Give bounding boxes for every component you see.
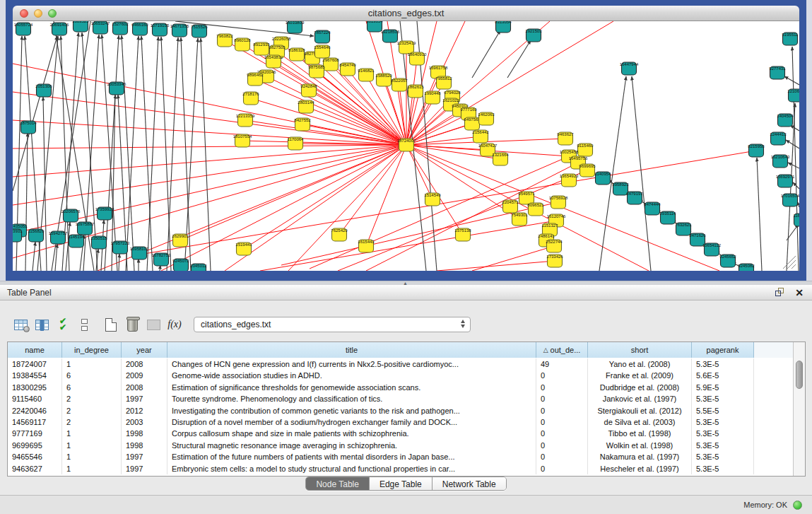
network-edge[interactable]	[147, 37, 158, 271]
network-node[interactable]: 2935114	[660, 211, 677, 225]
network-node[interactable]: 1519441	[235, 243, 252, 256]
table-cell[interactable]: 6	[62, 370, 122, 381]
network-node[interactable]: 9474444	[644, 202, 661, 216]
network-edge[interactable]	[437, 261, 555, 271]
network-node[interactable]: 1862615	[407, 85, 424, 98]
network-edge[interactable]	[632, 76, 651, 271]
delete-rows-button[interactable]	[122, 315, 143, 334]
network-node[interactable]: 8522057	[391, 78, 408, 92]
network-node[interactable]: 17359928	[95, 207, 114, 221]
network-edge[interactable]	[788, 163, 799, 168]
table-cell[interactable]: 5.3E-5	[692, 451, 754, 462]
network-node[interactable]: 15692971	[776, 175, 795, 188]
table-cell[interactable]: 2012	[122, 405, 167, 416]
network-node[interactable]: 1527602	[112, 22, 129, 35]
network-node[interactable]: 2051306	[35, 84, 52, 98]
network-node[interactable]: 16782753	[152, 253, 171, 267]
network-edge[interactable]	[13, 36, 57, 191]
network-node[interactable]: 1170064	[288, 137, 305, 151]
vertical-scrollbar[interactable]	[793, 342, 805, 476]
network-node[interactable]: 20691406	[50, 23, 69, 36]
network-node[interactable]: 6466160	[131, 23, 148, 36]
table-cell[interactable]: 2	[62, 416, 122, 428]
network-edge[interactable]	[180, 145, 406, 240]
network-node[interactable]: 8427552	[294, 118, 311, 132]
table-cell[interactable]: 5.3E-5	[692, 463, 754, 474]
table-cell[interactable]: 0	[536, 393, 588, 404]
network-node[interactable]: 7955812	[435, 76, 452, 90]
network-node[interactable]: 20206576	[61, 209, 81, 223]
scrollbar-thumb[interactable]	[796, 361, 803, 389]
table-cell[interactable]: 9777169	[8, 428, 62, 439]
table-cell[interactable]: 5.9E-5	[692, 382, 754, 393]
network-node[interactable]: 2803144	[298, 100, 314, 114]
network-node[interactable]: 8215958	[748, 144, 765, 158]
network-node[interactable]: 1350515	[90, 236, 107, 250]
network-node[interactable]: 1588520	[375, 74, 392, 87]
table-row[interactable]: 946362711997Embryonic stem cells: a mode…	[8, 463, 793, 474]
table-cell[interactable]: 9463627	[8, 463, 62, 474]
table-cell[interactable]: Estimation of the future numbers of pati…	[167, 451, 536, 462]
network-node[interactable]: 9146821	[358, 69, 375, 82]
network-node[interactable]: 15942757	[49, 231, 68, 245]
network-edge[interactable]	[13, 92, 406, 145]
network-node[interactable]: 1167533	[794, 214, 799, 227]
network-node[interactable]: 2967608	[322, 58, 339, 71]
close-panel-icon[interactable]: ✕	[795, 288, 804, 298]
network-node[interactable]: 9896462	[247, 73, 264, 86]
table-row[interactable]: 977716911998Corpus callosum shape and si…	[8, 428, 793, 439]
network-node[interactable]: 18640910	[408, 52, 427, 66]
column-header-out_de[interactable]: △out_de...	[536, 342, 588, 358]
table-cell[interactable]: 1	[62, 440, 122, 451]
table-cell[interactable]: 5.6E-5	[692, 370, 754, 381]
table-cell[interactable]: Stergiakouli et al. (2012)	[588, 405, 692, 416]
table-cell[interactable]: 1	[62, 451, 122, 462]
canvas-resize-grip-icon[interactable]	[787, 260, 796, 269]
tab-network-table[interactable]: Network Table	[433, 477, 506, 490]
network-node[interactable]: 9242848	[300, 84, 317, 98]
network-node[interactable]: 6479197	[626, 192, 643, 205]
network-edge[interactable]	[43, 97, 47, 271]
network-node[interactable]: 1156829	[28, 229, 45, 243]
network-node[interactable]: 1575138	[454, 228, 471, 242]
table-cell[interactable]: Tourette syndrome. Phenomenology and cla…	[167, 393, 536, 404]
table-cell[interactable]: 1997	[122, 393, 167, 404]
table-cell[interactable]: 2009	[122, 370, 167, 381]
network-edge[interactable]	[13, 145, 406, 148]
table-cell[interactable]: 1	[62, 358, 122, 370]
network-node[interactable]: 9245082	[738, 264, 755, 271]
network-node[interactable]: 7549301	[511, 213, 528, 226]
column-header-short[interactable]: short	[588, 342, 692, 358]
network-node[interactable]: 9277431	[769, 66, 786, 80]
network-edge[interactable]	[141, 36, 153, 271]
network-node[interactable]: 7857224	[314, 30, 331, 44]
table-row[interactable]: 911546021997Tourette syndrome. Phenomeno…	[8, 393, 793, 404]
column-header-year[interactable]: year	[122, 342, 167, 358]
network-node[interactable]: 7963822	[216, 34, 233, 47]
network-node[interactable]: 8960128	[234, 38, 251, 52]
table-cell[interactable]: Hescheler et al. (1997)	[588, 463, 692, 474]
network-edge[interactable]	[201, 38, 211, 271]
table-cell[interactable]: 2003	[122, 416, 167, 428]
network-node[interactable]: 8186328	[288, 48, 305, 62]
network-node[interactable]: 1990448	[424, 91, 441, 105]
network-node[interactable]: 8454749	[339, 63, 356, 76]
network-node[interactable]: 1462063	[478, 112, 495, 126]
network-edge[interactable]	[266, 76, 406, 145]
table-cell[interactable]: 0	[536, 405, 588, 416]
network-node[interactable]: 16958107	[130, 247, 149, 260]
table-cell[interactable]: 2008	[122, 358, 167, 370]
network-edge[interactable]	[792, 47, 799, 271]
network-node[interactable]: 12213359	[236, 114, 255, 127]
network-node[interactable]: 20053346	[107, 82, 126, 95]
table-cell[interactable]: Franke et al. (2009)	[588, 370, 692, 381]
table-cell[interactable]: Genome-wide association studies in ADHD.	[167, 370, 536, 381]
table-cell[interactable]: 1	[62, 428, 122, 439]
network-edge[interactable]	[119, 254, 119, 271]
table-row[interactable]: 946554611997Estimation of the future num…	[8, 451, 793, 462]
table-cell[interactable]: 5.3E-5	[692, 416, 754, 428]
table-cell[interactable]: Yano et al. (2008)	[588, 358, 692, 370]
select-columns-button[interactable]	[31, 315, 52, 334]
table-cell[interactable]: 1998	[122, 428, 167, 439]
table-cell[interactable]: 0	[536, 428, 588, 439]
